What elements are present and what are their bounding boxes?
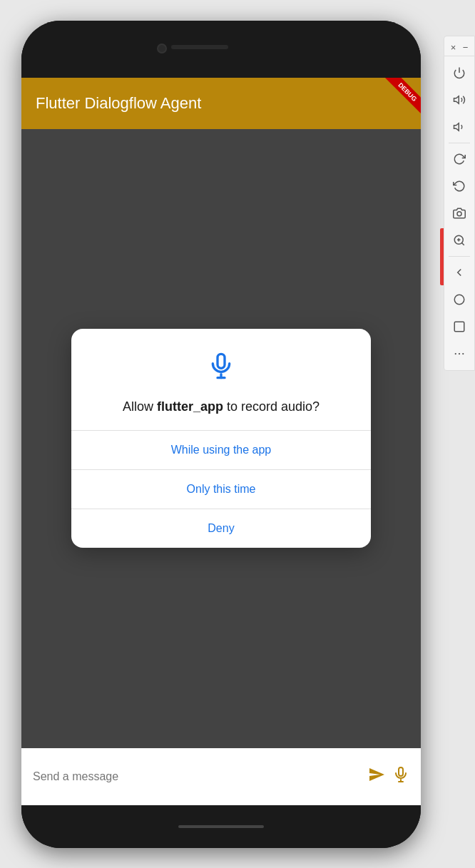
zoom-button[interactable] — [446, 228, 472, 253]
home-button[interactable] — [446, 287, 472, 312]
deny-button[interactable]: Deny — [71, 509, 371, 548]
screenshot-button[interactable] — [446, 200, 472, 226]
send-button[interactable] — [368, 766, 385, 787]
svg-point-3 — [457, 212, 461, 216]
toolbar-divider-1 — [449, 143, 470, 143]
dialog-app-name: flutter_app — [157, 399, 223, 414]
permission-dialog: Allow flutter_app to record audio? While… — [71, 329, 371, 548]
phone-bottom-bar — [21, 805, 421, 848]
volume-up-button[interactable] — [446, 87, 472, 113]
side-toolbar: × − — [444, 36, 475, 371]
power-button[interactable] — [446, 60, 472, 86]
recents-button[interactable] — [446, 314, 472, 339]
volume-down-button[interactable] — [446, 114, 472, 140]
phone-camera — [157, 44, 167, 53]
phone-top-bar — [21, 21, 421, 78]
more-button[interactable] — [446, 341, 472, 367]
only-this-time-button[interactable]: Only this time — [71, 470, 371, 509]
debug-badge — [378, 78, 421, 121]
svg-point-12 — [462, 353, 464, 354]
home-indicator — [178, 825, 264, 828]
toolbar-divider-2 — [449, 256, 470, 257]
svg-rect-9 — [454, 322, 464, 332]
svg-marker-1 — [454, 96, 459, 104]
dialog-prefix: Allow — [123, 399, 157, 414]
dialog-suffix: to record audio? — [223, 399, 320, 414]
svg-rect-16 — [399, 767, 403, 776]
rotate2-button[interactable] — [446, 173, 472, 199]
while-using-button[interactable]: While using the app — [71, 431, 371, 469]
phone-frame: Flutter Dialogflow Agent — [21, 21, 421, 848]
phone-speaker — [171, 45, 228, 49]
svg-point-11 — [459, 353, 460, 354]
mic-button[interactable] — [392, 766, 409, 787]
screen-content: Allow flutter_app to record audio? While… — [21, 129, 421, 748]
dialog-header: Allow flutter_app to record audio? — [71, 329, 371, 430]
microphone-icon — [88, 352, 354, 387]
app-title: Flutter Dialogflow Agent — [36, 94, 201, 113]
dialog-message: Allow flutter_app to record audio? — [88, 398, 354, 416]
svg-point-10 — [455, 353, 456, 354]
svg-rect-13 — [218, 354, 225, 368]
rotate-button[interactable] — [446, 146, 472, 172]
back-button[interactable] — [446, 260, 472, 285]
app-bar: Flutter Dialogflow Agent — [21, 78, 421, 129]
message-input[interactable] — [33, 770, 361, 783]
svg-point-8 — [454, 295, 464, 305]
minimize-button[interactable]: − — [460, 41, 471, 54]
toolbar-window-controls: × − — [444, 39, 474, 56]
bottom-input-bar — [21, 748, 421, 805]
svg-line-5 — [461, 242, 464, 245]
svg-marker-2 — [454, 123, 459, 131]
close-button[interactable]: × — [448, 41, 459, 54]
phone-screen: Flutter Dialogflow Agent — [21, 78, 421, 805]
